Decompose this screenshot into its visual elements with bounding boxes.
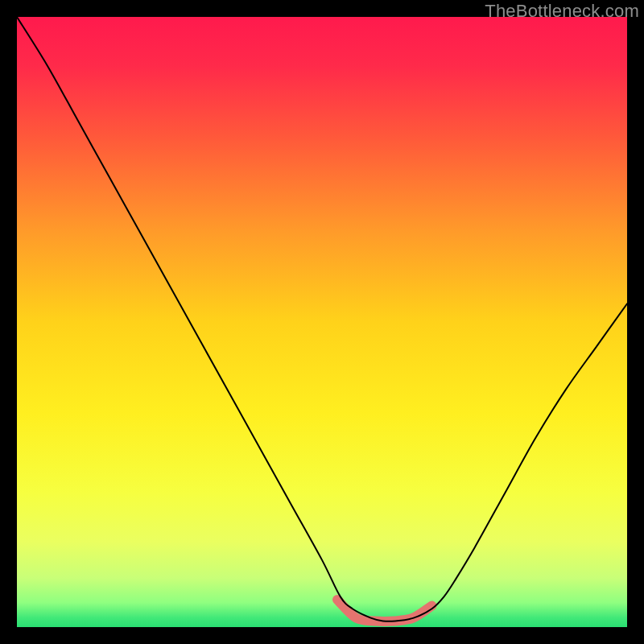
chart-svg (17, 17, 627, 627)
gradient-background (17, 17, 627, 627)
plot-area (17, 17, 627, 627)
outer-frame: TheBottleneck.com (0, 0, 644, 644)
